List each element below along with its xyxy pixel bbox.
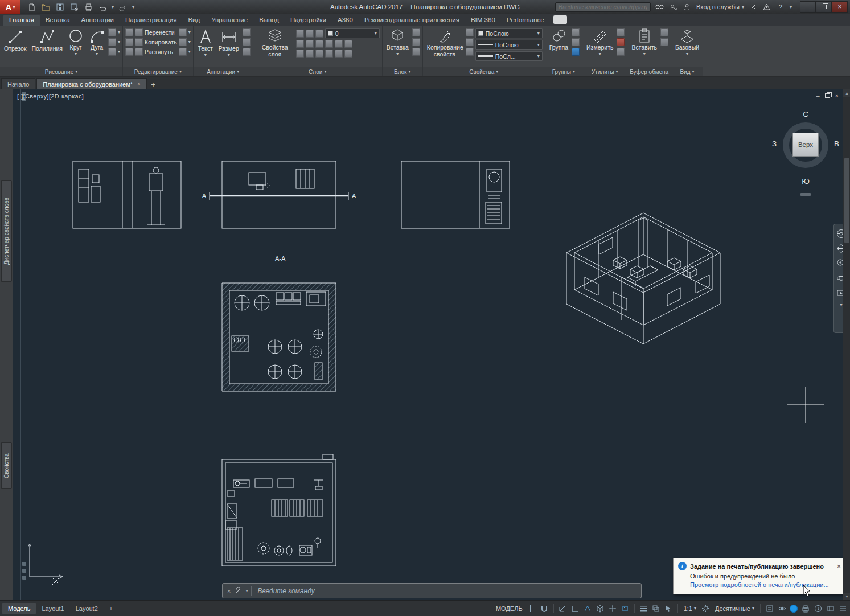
trim-tool-icon[interactable] <box>179 28 187 36</box>
drawing-area[interactable]: А А А-А <box>13 89 850 600</box>
viewcube-north[interactable]: С <box>770 110 841 118</box>
polar-tracking-icon[interactable] <box>583 603 593 613</box>
undo-dropdown-chevron-icon[interactable]: ▾ <box>112 5 114 10</box>
viewcube[interactable]: С З Верх В Ю <box>770 110 841 201</box>
chevron-down-icon[interactable]: ▾ <box>840 303 842 307</box>
color-select[interactable]: ПоСлою ▾ <box>475 28 543 38</box>
model-space-button[interactable]: МОДЕЛЬ <box>494 605 524 612</box>
undo-button[interactable] <box>97 2 108 12</box>
hatch-tool-icon[interactable] <box>108 48 116 56</box>
array-tool-icon[interactable] <box>179 48 187 56</box>
layer-delete-icon[interactable] <box>325 50 333 58</box>
hardware-acceleration-icon[interactable] <box>790 605 798 613</box>
tray-updates-icon[interactable] <box>813 603 823 613</box>
drawing-close-button[interactable]: × <box>835 92 839 99</box>
window-minimize-button[interactable]: – <box>800 1 816 13</box>
panel-footer-modify[interactable]: Редактирование ▾ <box>123 67 193 76</box>
group-selection-icon[interactable] <box>572 48 580 56</box>
line-button[interactable]: Отрезок <box>2 27 28 53</box>
layer-select[interactable]: 0 ▾ <box>325 28 380 38</box>
units-control[interactable]: Десятичные▾ <box>713 605 756 612</box>
save-as-button[interactable] <box>69 2 79 12</box>
transparency-icon[interactable] <box>651 603 661 613</box>
layer-walk-icon[interactable] <box>296 50 304 58</box>
object-color-icon[interactable] <box>466 28 474 36</box>
ribbon-tab-parametric[interactable]: Параметризация <box>120 15 182 26</box>
ribbon-tab-annotate[interactable]: Аннотации <box>76 15 120 26</box>
copy-clip-icon[interactable] <box>660 38 668 46</box>
block-define-attr-icon[interactable] <box>412 38 420 46</box>
leader-tool-icon[interactable] <box>243 28 251 36</box>
layer-current-icon[interactable] <box>344 40 352 48</box>
file-tab-drawing[interactable]: Планировка с оборудованием* × <box>36 78 147 89</box>
scroll-up-icon[interactable]: ▲ <box>843 89 850 97</box>
table-tool-icon[interactable] <box>243 38 251 46</box>
ribbon-tab-performance[interactable]: Performance <box>501 15 550 26</box>
close-icon[interactable]: × <box>837 562 841 570</box>
base-view-button[interactable]: Базовый ▾ <box>674 27 701 57</box>
viewcube-south[interactable]: Ю <box>770 177 841 186</box>
scale-tool-icon[interactable] <box>125 48 133 56</box>
properties-palette-tab[interactable]: Свойства <box>1 442 12 489</box>
new-button[interactable] <box>26 2 36 12</box>
panel-footer-view[interactable]: Вид ▾ <box>671 67 703 76</box>
panel-footer-block[interactable]: Блок ▾ <box>383 67 422 76</box>
group-button[interactable]: Группа <box>548 27 570 52</box>
layer-unisolate-icon[interactable] <box>315 40 323 48</box>
ortho-icon[interactable] <box>570 603 580 613</box>
panel-footer-annotation[interactable]: Аннотации ▾ <box>194 67 253 76</box>
command-line[interactable]: × ▾ Введите команду <box>222 583 642 598</box>
search-icon[interactable] <box>655 2 664 11</box>
viewcube-top-face[interactable]: Верх <box>792 133 819 157</box>
command-input[interactable]: Введите команду <box>257 587 314 595</box>
help-dropdown-chevron-icon[interactable]: ▾ <box>790 5 792 10</box>
vertical-scrollbar[interactable]: ▲ ▼ <box>843 89 850 600</box>
id-point-icon[interactable] <box>617 38 625 46</box>
layer-freeze-vp-icon[interactable] <box>306 50 314 58</box>
ribbon-tab-a360[interactable]: A360 <box>332 15 359 26</box>
insert-block-button[interactable]: Вставка ▾ <box>385 27 410 57</box>
lineweight-display-icon[interactable] <box>639 603 648 613</box>
dimension-button[interactable]: Размер ▾ <box>217 27 241 58</box>
panel-footer-clipboard[interactable]: Буфер обмена <box>627 67 671 76</box>
drawing-minimize-button[interactable]: – <box>816 92 819 99</box>
layer-freeze-icon[interactable] <box>306 30 314 38</box>
file-tab-start[interactable]: Начало <box>1 78 35 89</box>
layer-merge-icon[interactable] <box>315 50 323 58</box>
wrench-icon[interactable] <box>234 587 242 595</box>
window-close-button[interactable]: × <box>832 1 848 13</box>
layer-state-icon[interactable] <box>296 40 304 48</box>
quick-calc-icon[interactable] <box>617 28 625 36</box>
layout-tab-layout1[interactable]: Layout1 <box>36 603 69 614</box>
stretch-label[interactable]: Растянуть <box>145 48 173 55</box>
ribbon-tab-insert[interactable]: Вставка <box>40 15 76 26</box>
copy-label[interactable]: Копировать <box>145 39 177 46</box>
viewcube-west[interactable]: З <box>772 139 777 148</box>
layer-isolate-icon[interactable] <box>306 40 314 48</box>
rotate-tool-icon[interactable] <box>125 28 133 36</box>
chevron-down-icon[interactable]: ▾ <box>245 589 248 593</box>
qat-customize-chevron-icon[interactable]: ▾ <box>132 5 134 10</box>
scrollbar-thumb[interactable] <box>844 158 849 243</box>
open-button[interactable] <box>40 2 51 12</box>
ungroup-icon[interactable] <box>572 28 580 36</box>
object-snap-icon[interactable] <box>621 603 630 613</box>
layer-previous-icon[interactable] <box>325 40 333 48</box>
fillet-tool-icon[interactable] <box>179 38 187 46</box>
viewcube-home-icon[interactable] <box>800 193 811 196</box>
markup-tool-icon[interactable] <box>243 48 251 56</box>
viewport-controls[interactable]: [-][Сверху][2D-каркас] <box>17 93 84 100</box>
layout-tab-layout2[interactable]: Layout2 <box>70 603 104 614</box>
plot-button[interactable] <box>83 2 93 12</box>
copy-tool-icon[interactable] <box>135 38 143 46</box>
scroll-down-icon[interactable]: ▼ <box>843 593 850 600</box>
block-edit-icon[interactable] <box>412 28 420 36</box>
group-edit-icon[interactable] <box>572 38 580 46</box>
signin-menu[interactable]: Вход в службы▾ <box>696 3 744 10</box>
move-tool-icon[interactable] <box>135 28 143 36</box>
stretch-tool-icon[interactable] <box>135 48 143 56</box>
arc-button[interactable]: Дуга ▾ <box>87 27 106 57</box>
isolate-objects-icon[interactable] <box>777 603 787 613</box>
snap-icon[interactable] <box>540 603 549 613</box>
redo-button[interactable] <box>118 2 128 12</box>
